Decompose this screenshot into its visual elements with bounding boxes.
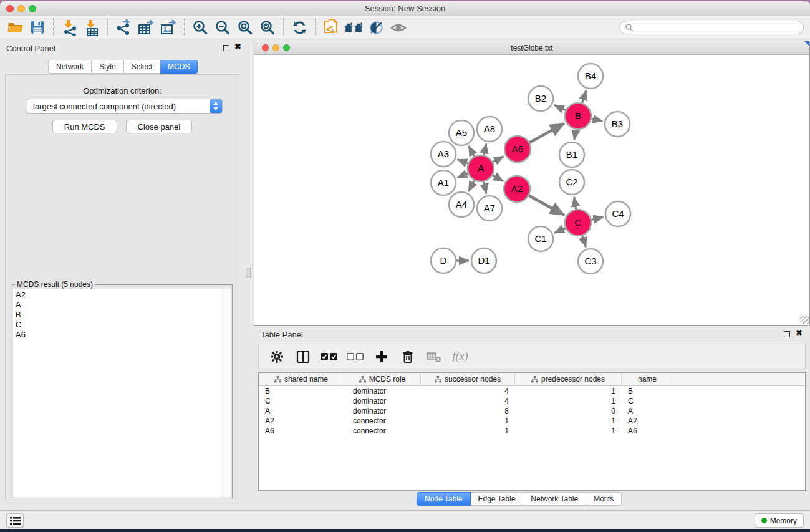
delete-table-button[interactable] — [423, 347, 445, 367]
table-cell[interactable]: 1 — [515, 426, 622, 436]
graph-node-C[interactable]: C — [565, 210, 591, 236]
graph-node-B3[interactable]: B3 — [605, 112, 630, 137]
graph-edge-A-A8[interactable] — [484, 143, 486, 155]
open-session-button[interactable] — [4, 18, 26, 37]
tab-style[interactable]: Style — [92, 60, 124, 74]
tab-node-table[interactable]: Node Table — [417, 492, 471, 506]
save-session-button[interactable] — [26, 18, 49, 37]
graph-node-D1[interactable]: D1 — [471, 248, 496, 273]
table-cell[interactable]: A6 — [622, 426, 673, 436]
table-cell[interactable]: 1 — [515, 416, 622, 426]
graph-edge-B-B3[interactable] — [592, 118, 603, 121]
table-row[interactable]: Adominator80A — [259, 406, 805, 416]
memory-button[interactable]: Memory — [755, 513, 804, 528]
graph-node-A[interactable]: A — [468, 155, 494, 181]
table-cell[interactable]: 1 — [515, 386, 622, 396]
column-header-MCDS-role[interactable]: MCDS role — [344, 373, 421, 385]
split-divider-grip[interactable] — [246, 268, 251, 278]
tab-edge-table[interactable]: Edge Table — [471, 492, 524, 506]
float-panel-button[interactable] — [223, 45, 229, 51]
export-network-button[interactable] — [112, 18, 135, 37]
table-row[interactable]: A6connector11A6 — [259, 426, 805, 436]
import-network-button[interactable] — [58, 18, 80, 37]
graph-node-B[interactable]: B — [565, 103, 591, 129]
graph-node-C3[interactable]: C3 — [578, 249, 603, 274]
table-cell[interactable]: 4 — [421, 386, 515, 396]
table-cell[interactable]: C — [622, 396, 673, 406]
task-history-button[interactable] — [6, 513, 24, 528]
graph-node-A6[interactable]: A6 — [504, 136, 531, 162]
graph-edge-A-A4[interactable] — [468, 180, 474, 191]
graph-edge-B-B1[interactable] — [574, 130, 576, 140]
delete-column-button[interactable] — [397, 347, 418, 367]
zoom-out-button[interactable] — [211, 18, 234, 37]
result-item[interactable]: C — [16, 320, 231, 330]
graph-edge-A2-C[interactable] — [529, 196, 564, 215]
zoom-fit-button[interactable] — [234, 18, 256, 37]
graph-node-A3[interactable]: A3 — [431, 142, 456, 167]
table-cell[interactable]: 4 — [421, 396, 515, 406]
graph-node-B1[interactable]: B1 — [559, 142, 584, 167]
table-cell[interactable]: 0 — [515, 406, 622, 416]
zoom-selected-button[interactable] — [256, 18, 279, 37]
import-table-button[interactable] — [80, 18, 103, 37]
run-mcds-button[interactable]: Run MCDS — [52, 120, 117, 133]
table-cell[interactable]: 8 — [421, 406, 515, 416]
table-cell[interactable]: B — [622, 386, 673, 396]
graph-node-A5[interactable]: A5 — [449, 120, 474, 145]
table-cell[interactable]: connector — [344, 426, 421, 436]
table-cell[interactable]: C — [259, 396, 344, 406]
resize-grip[interactable] — [800, 316, 809, 324]
show-all-networks-button[interactable] — [342, 18, 365, 37]
graph-node-D[interactable]: D — [431, 248, 456, 273]
graph-edge-B-B2[interactable] — [554, 105, 566, 110]
graph-node-C4[interactable]: C4 — [605, 201, 630, 226]
graph-edge-A-A3[interactable] — [457, 160, 468, 164]
maximize-corner-icon[interactable] — [804, 41, 809, 46]
clone-network-button[interactable] — [320, 18, 342, 37]
table-cell[interactable]: B — [259, 386, 344, 396]
hide-graphics-details-button[interactable] — [365, 18, 387, 37]
zoom-in-button[interactable] — [189, 18, 211, 37]
graph-edge-A-A5[interactable] — [468, 146, 474, 157]
split-view-button[interactable] — [292, 347, 314, 367]
graph-edge-C-C4[interactable] — [591, 217, 603, 220]
close-panel-icon-button[interactable]: ✖ — [234, 42, 241, 51]
table-options-button[interactable] — [266, 347, 287, 367]
graph-node-C1[interactable]: C1 — [528, 226, 553, 251]
table-cell[interactable]: A — [259, 406, 344, 416]
tab-mcds[interactable]: MCDS — [160, 60, 198, 74]
table-cell[interactable]: dominator — [344, 406, 421, 416]
graph-edge-A-A2[interactable] — [493, 175, 503, 181]
table-cell[interactable]: dominator — [344, 396, 421, 406]
column-header-predecessor-nodes[interactable]: predecessor nodes — [515, 373, 622, 385]
network-canvas[interactable]: AA1A2A3A4A5A6A7A8BB1B2B3B4CC1C2C3C4DD1 — [254, 55, 809, 325]
table-cell[interactable]: A2 — [259, 416, 344, 426]
column-header-name[interactable]: name — [622, 373, 673, 385]
graph-node-A7[interactable]: A7 — [477, 196, 502, 221]
show-graphics-details-button[interactable] — [387, 18, 410, 37]
table-cell[interactable]: connector — [344, 416, 421, 426]
graph-node-B4[interactable]: B4 — [578, 64, 603, 89]
tab-network[interactable]: Network — [48, 60, 92, 74]
graph-node-C2[interactable]: C2 — [559, 170, 584, 195]
graph-edge-A6-B[interactable] — [529, 123, 564, 142]
graph-edge-B-B4[interactable] — [582, 90, 586, 103]
close-table-panel-button[interactable]: ✖ — [796, 329, 803, 337]
graph-edge-A-A7[interactable] — [484, 181, 486, 193]
graph-node-A8[interactable]: A8 — [477, 117, 502, 142]
table-cell[interactable]: A2 — [622, 416, 673, 426]
result-item[interactable]: A6 — [16, 330, 231, 340]
graph-edge-C-C3[interactable] — [582, 236, 586, 247]
search-input[interactable] — [637, 23, 798, 32]
result-item[interactable]: B — [16, 310, 231, 320]
function-builder-button[interactable]: f(x) — [450, 347, 471, 367]
graph-edge-A-A1[interactable] — [457, 173, 468, 178]
table-cell[interactable]: 1 — [421, 426, 515, 436]
optimization-select[interactable]: largest connected component (directed) — [27, 99, 223, 114]
tab-motifs[interactable]: Motifs — [586, 492, 622, 506]
table-row[interactable]: A2connector11A2 — [259, 416, 805, 426]
graph-node-A2[interactable]: A2 — [504, 176, 530, 202]
column-header-shared-name[interactable]: shared name — [259, 373, 344, 385]
table-row[interactable]: Bdominator41B — [259, 386, 805, 396]
